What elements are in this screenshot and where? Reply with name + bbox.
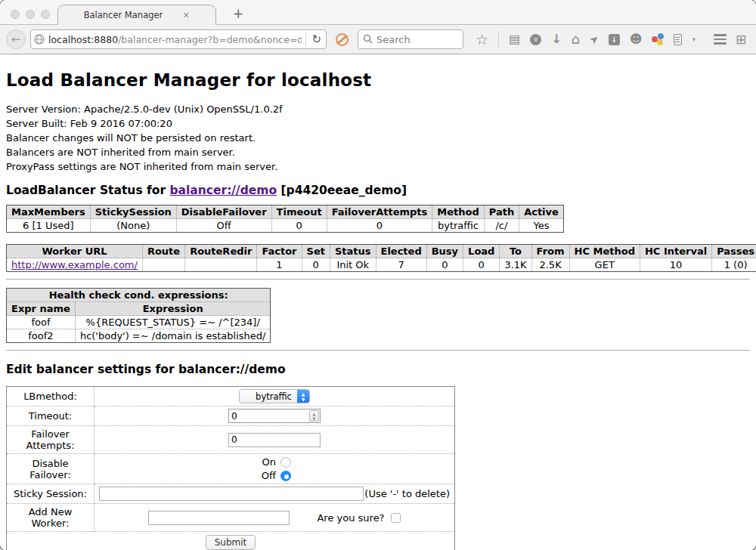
reading-list-icon[interactable]: ▤ bbox=[509, 33, 520, 45]
col-from: From bbox=[531, 245, 569, 258]
timeout-field-wrap: ▲▼ bbox=[228, 409, 321, 423]
radio-option-on: On bbox=[258, 456, 291, 468]
table-row: foof2 hc('body') =~ /domain is establish… bbox=[7, 329, 271, 343]
tile-tabs-icon[interactable]: ⊞ bbox=[736, 32, 746, 47]
number-spinner-icon[interactable]: ▲▼ bbox=[309, 410, 319, 422]
browser-window: Balancer Manager × + ← localhost:8880/ba… bbox=[0, 0, 756, 550]
col-load: Load bbox=[463, 245, 500, 258]
sticky-session-label: Sticky Session: bbox=[7, 484, 94, 504]
col-stickysession: StickySession bbox=[90, 205, 176, 219]
submit-button[interactable]: Submit bbox=[206, 535, 256, 550]
balancer-demo-link[interactable]: balancer://demo bbox=[169, 184, 277, 197]
col-status: Status bbox=[330, 245, 376, 258]
toolbar-icons: ☆ ▤ ∨ ↓ ⌂ ➤ ↓ ☻ ▾ bbox=[476, 31, 696, 48]
cell-expr-name: foof2 bbox=[7, 329, 76, 343]
chevron-down-icon[interactable]: ▾ bbox=[692, 36, 696, 43]
cell-hc-method: GET bbox=[569, 258, 640, 272]
col-worker-url: Worker URL bbox=[7, 245, 143, 258]
page-actions-icon[interactable] bbox=[674, 34, 682, 45]
server-info: Server Version: Apache/2.5.0-dev (Unix) … bbox=[6, 102, 750, 174]
form-row-failover-attempts: Failover Attempts: bbox=[7, 426, 455, 454]
cell-active: Yes bbox=[519, 219, 564, 233]
cell-busy: 0 bbox=[426, 258, 463, 272]
divider bbox=[6, 350, 750, 351]
table-row: 6 [1 Used] (None) Off 0 0 bytraffic /c/ … bbox=[7, 219, 564, 233]
persist-note-line: Balancer changes will NOT be persisted o… bbox=[6, 131, 750, 145]
cell-path: /c/ bbox=[484, 219, 519, 233]
failover-attempts-input[interactable] bbox=[228, 433, 321, 447]
send-tab-icon[interactable]: ➤ bbox=[587, 32, 601, 46]
new-tab-button[interactable]: + bbox=[233, 6, 243, 21]
sticky-session-input[interactable] bbox=[99, 487, 364, 501]
status-heading: LoadBalancer Status for balancer://demo … bbox=[6, 184, 750, 197]
tab-close-icon[interactable]: × bbox=[182, 10, 190, 20]
cell-hc-interval: 10 bbox=[640, 258, 711, 272]
pocket-icon[interactable]: ∨ bbox=[530, 34, 541, 45]
downloads-icon[interactable]: ↓ bbox=[551, 33, 561, 45]
url-text[interactable]: localhost:8880/balancer-manager?b=demo&n… bbox=[48, 34, 302, 45]
tab-bar: Balancer Manager × + bbox=[0, 0, 756, 25]
tab-title: Balancer Manager bbox=[84, 10, 163, 20]
url-bar[interactable]: localhost:8880/balancer-manager?b=demo&n… bbox=[30, 29, 327, 49]
col-elected: Elected bbox=[376, 245, 426, 258]
status-heading-prefix: LoadBalancer Status for bbox=[6, 184, 169, 197]
cell-load: 0 bbox=[463, 258, 500, 272]
tab-balancer-manager[interactable]: Balancer Manager × bbox=[57, 5, 216, 25]
hc-table-title: Health check cond. expressions: bbox=[7, 289, 271, 302]
cell-passes: 1 (0) bbox=[712, 258, 756, 272]
radio-on-button[interactable] bbox=[280, 457, 291, 468]
home-icon[interactable]: ⌂ bbox=[572, 32, 580, 46]
reload-button[interactable]: ↻ bbox=[310, 32, 323, 46]
col-timeout: Timeout bbox=[271, 205, 327, 219]
close-window-button[interactable] bbox=[11, 10, 20, 19]
worker-url-link[interactable]: http://www.example.com/ bbox=[11, 259, 138, 270]
lbmethod-select[interactable]: bytraffic ▲▼ bbox=[239, 389, 310, 403]
add-worker-input[interactable] bbox=[148, 511, 290, 525]
cell-set: 0 bbox=[302, 258, 330, 272]
cell-elected: 7 bbox=[376, 258, 426, 272]
cell-method: bytraffic bbox=[432, 219, 484, 233]
chat-smiley-icon[interactable]: ☻ bbox=[630, 33, 643, 45]
globe-icon bbox=[34, 34, 45, 45]
col-route: Route bbox=[142, 245, 184, 258]
back-button[interactable]: ← bbox=[6, 29, 26, 49]
health-check-table: Health check cond. expressions: Expr nam… bbox=[6, 288, 271, 343]
col-method: Method bbox=[432, 205, 484, 219]
radio-on-label: On bbox=[258, 456, 276, 468]
form-row-disable-failover: Disable Failover: On Off bbox=[7, 454, 455, 484]
table-title-row: Health check cond. expressions: bbox=[7, 289, 271, 302]
status-heading-suffix: [p4420eeae_demo] bbox=[277, 184, 407, 197]
url-path: /balancer-manager?b=demo&nonce=decc37be-… bbox=[118, 34, 302, 45]
col-path: Path bbox=[484, 205, 519, 219]
form-row-add-worker: Add New Worker: Are you sure? bbox=[7, 504, 455, 532]
zoom-window-button[interactable] bbox=[41, 10, 50, 19]
url-domain: localhost:8880 bbox=[48, 34, 118, 45]
timeout-input[interactable] bbox=[229, 411, 309, 422]
cell-maxmembers: 6 [1 Used] bbox=[7, 219, 91, 233]
server-version-line: Server Version: Apache/2.5.0-dev (Unix) … bbox=[6, 102, 750, 116]
edit-settings-heading: Edit balancer settings for balancer://de… bbox=[6, 363, 750, 376]
radio-off-label: Off bbox=[258, 470, 276, 481]
extension-download-icon[interactable]: ↓ bbox=[609, 34, 620, 45]
disable-failover-radios: On Off bbox=[99, 456, 450, 481]
radio-option-off: Off bbox=[258, 470, 291, 481]
are-you-sure-checkbox[interactable] bbox=[391, 513, 401, 523]
search-input[interactable] bbox=[376, 34, 445, 45]
content-blocked-icon[interactable] bbox=[336, 33, 349, 46]
menu-button[interactable] bbox=[714, 34, 727, 45]
minimize-window-button[interactable] bbox=[26, 10, 35, 19]
cell-expression: hc('body') =~ /domain is established/ bbox=[75, 329, 271, 343]
colorful-extension-icon[interactable] bbox=[652, 33, 664, 45]
form-row-lbmethod: LBmethod: bytraffic ▲▼ bbox=[7, 387, 455, 406]
radio-off-button[interactable] bbox=[280, 471, 291, 481]
page-title: Load Balancer Manager for localhost bbox=[6, 70, 750, 90]
sticky-session-note: (Use '-' to delete) bbox=[364, 488, 450, 499]
cell-stickysession: (None) bbox=[90, 219, 176, 233]
cell-from: 2.5K bbox=[531, 258, 569, 272]
search-bar[interactable] bbox=[358, 29, 463, 49]
col-expr-name: Expr name bbox=[7, 302, 76, 316]
col-failoverattempts: FailoverAttempts bbox=[327, 205, 432, 219]
proxypass-note-line: ProxyPass settings are NOT inherited fro… bbox=[6, 159, 750, 174]
lbmethod-selected-value: bytraffic bbox=[250, 391, 297, 402]
bookmark-star-icon[interactable]: ☆ bbox=[476, 31, 488, 48]
